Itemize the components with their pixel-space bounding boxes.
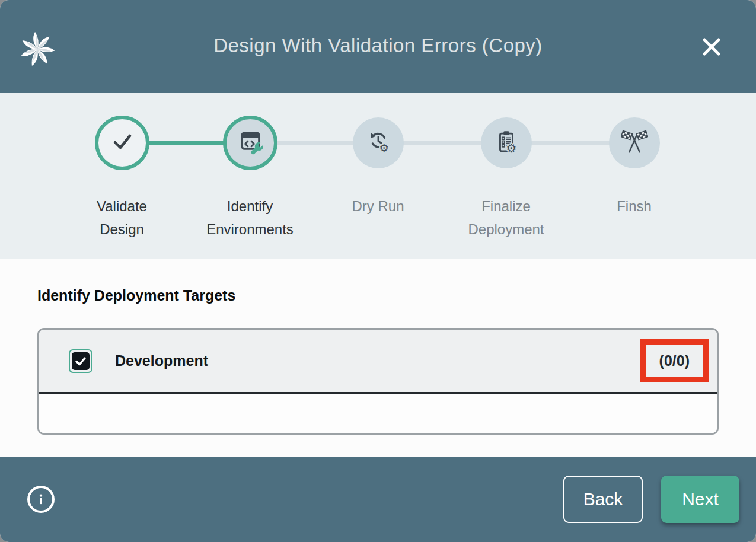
step-circle-active[interactable]	[223, 116, 277, 170]
deployment-wizard-dialog: Design With Validation Errors (Copy)	[0, 0, 756, 542]
step-label: Finalize Deployment	[462, 195, 551, 241]
step-circle-upcoming[interactable]: ⚙	[481, 117, 532, 168]
svg-text:⚙: ⚙	[506, 141, 516, 155]
back-button[interactable]: Back	[563, 476, 643, 523]
step-label: Finsh	[590, 195, 679, 218]
step-finalize-deployment: ⚙ Finalize Deployment	[442, 116, 570, 241]
info-icon[interactable]	[27, 486, 55, 513]
step-label: Identify Environments	[206, 195, 295, 241]
deployment-targets-box: Development (0/0)	[37, 328, 719, 435]
step-label: Validate Design	[78, 195, 167, 241]
svg-text:⚙: ⚙	[379, 142, 388, 154]
step-circle-upcoming[interactable]	[609, 117, 660, 168]
dialog-title: Design With Validation Errors (Copy)	[0, 34, 756, 57]
code-window-wrench-icon	[236, 127, 264, 158]
step-dry-run: ⚙ Dry Run	[314, 116, 442, 241]
step-identify-environments: Identify Environments	[186, 116, 314, 241]
target-name: Development	[115, 352, 208, 369]
dialog-header: Design With Validation Errors (Copy)	[0, 0, 756, 93]
dialog-footer: Back Next	[0, 457, 756, 542]
step-circle-upcoming[interactable]: ⚙	[353, 117, 404, 168]
development-checkbox[interactable]	[69, 349, 92, 373]
close-icon[interactable]	[698, 33, 725, 60]
history-gear-icon: ⚙	[365, 128, 392, 158]
targets-box-empty-area	[39, 394, 717, 433]
target-row-development: Development (0/0)	[39, 330, 717, 394]
target-count-annotated: (0/0)	[640, 339, 709, 382]
wizard-stepper: Validate Design	[0, 93, 756, 259]
checkered-flags-icon	[621, 128, 648, 158]
checkbox-checkmark-icon	[72, 352, 90, 370]
next-button[interactable]: Next	[661, 476, 739, 523]
step-validate-design: Validate Design	[58, 116, 186, 241]
clipboard-gear-icon: ⚙	[493, 128, 520, 158]
check-icon	[108, 127, 136, 158]
step-finish: Finsh	[570, 116, 698, 241]
step-circle-completed[interactable]	[95, 116, 149, 170]
content-heading: Identify Deployment Targets	[37, 287, 719, 304]
step-label: Dry Run	[334, 195, 423, 218]
wizard-step-content: Identify Deployment Targets Development …	[0, 259, 756, 457]
